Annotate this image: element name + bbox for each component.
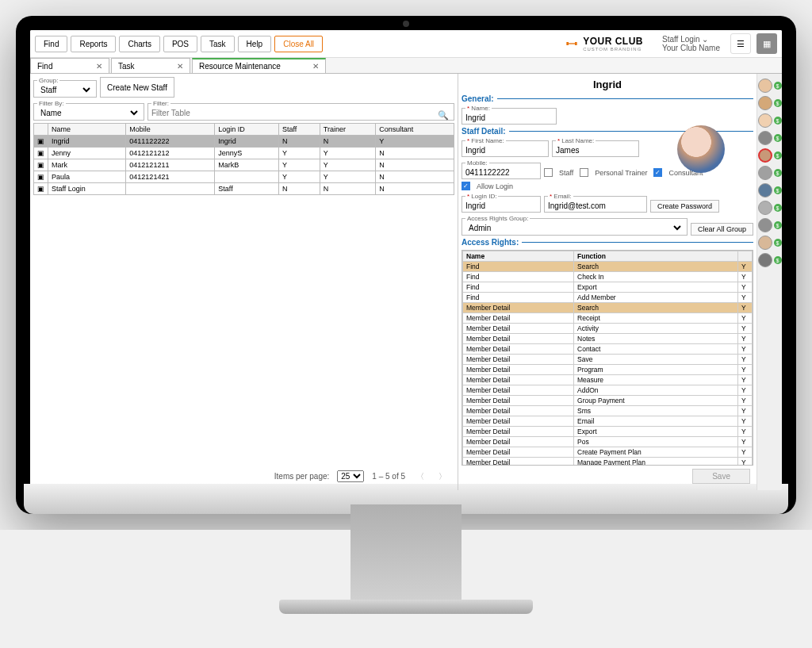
sidebar-member[interactable]: $ <box>758 183 782 197</box>
col-staff[interactable]: Staff <box>278 124 320 136</box>
items-per-page-select[interactable]: 25 <box>337 470 364 482</box>
access-row[interactable]: Member DetailNotesY <box>463 334 753 344</box>
access-row[interactable]: Member DetailCreate Payment PlanY <box>463 447 753 458</box>
close-icon[interactable]: ✕ <box>312 62 319 71</box>
search-icon[interactable]: 🔍 <box>438 110 449 121</box>
avatar-icon <box>758 79 772 93</box>
access-row[interactable]: Member DetailSearchY <box>463 303 753 313</box>
help-button[interactable]: Help <box>238 36 272 52</box>
sidebar-member[interactable]: $ <box>758 166 782 180</box>
filter-by-select[interactable]: Filter By: Name <box>33 100 144 121</box>
col-name[interactable]: Name <box>48 124 126 136</box>
access-row[interactable]: Member DetailProgramY <box>463 365 753 375</box>
sidebar-member[interactable]: $ <box>758 236 782 250</box>
table-row[interactable]: ▣Jenny0412121212JennySYYN <box>34 148 454 159</box>
col-mobile[interactable]: Mobile <box>126 124 215 136</box>
detail-title: Ingrid <box>462 77 753 92</box>
clear-all-group-button[interactable]: Clear All Group <box>691 223 753 236</box>
sidebar-member[interactable]: $ <box>758 201 782 215</box>
archive-icon[interactable]: ▣ <box>34 136 48 148</box>
access-row[interactable]: Member DetailSaveY <box>463 355 753 365</box>
table-row[interactable]: ▣Ingrid0411122222IngridNNY <box>34 136 454 148</box>
task-button[interactable]: Task <box>201 36 235 52</box>
tab-find[interactable]: Find✕ <box>30 58 109 73</box>
close-icon[interactable]: ✕ <box>177 62 183 71</box>
sidebar-member[interactable]: $ <box>758 113 782 128</box>
reports-button[interactable]: Reports <box>71 36 116 52</box>
access-row[interactable]: FindCheck InY <box>463 272 753 282</box>
col-trainer[interactable]: Trainer <box>320 124 376 136</box>
list-icon[interactable]: ☰ <box>730 33 751 54</box>
access-row[interactable]: Member DetailContactY <box>463 344 753 355</box>
archive-icon[interactable]: ▣ <box>34 183 48 195</box>
col-consultant[interactable]: Consultant <box>376 124 454 136</box>
archive-icon[interactable]: ▣ <box>34 159 48 171</box>
allow-login-checkbox[interactable]: ✓ <box>462 182 470 190</box>
table-row[interactable]: ▣Staff LoginStaffNNN <box>34 183 454 195</box>
create-password-button[interactable]: Create Password <box>650 200 719 213</box>
first-name-field[interactable]: * First Name: <box>462 137 549 157</box>
ar-col-function[interactable]: Function <box>574 251 738 262</box>
tab-resource-maintenance[interactable]: Resource Maintenance✕ <box>192 58 326 73</box>
pos-button[interactable]: POS <box>163 36 197 52</box>
calendar-icon[interactable]: ▦ <box>756 33 777 54</box>
access-row[interactable]: FindAdd MemberY <box>463 293 753 303</box>
mobile-field[interactable]: Mobile: <box>462 159 541 179</box>
sidebar-member[interactable]: $ <box>758 148 782 163</box>
table-row[interactable]: ▣Paula0412121421YYN <box>34 171 454 183</box>
toolbar: Find Reports Charts POS Task Help Close … <box>30 30 782 58</box>
access-row[interactable]: FindExportY <box>463 282 753 293</box>
access-row[interactable]: Member DetailReceiptY <box>463 313 753 324</box>
sidebar-member[interactable]: $ <box>758 253 782 267</box>
staff-photo <box>677 125 725 173</box>
last-name-field[interactable]: * Last Name: <box>552 137 639 157</box>
archive-icon[interactable]: ▣ <box>34 171 48 183</box>
login-area[interactable]: Staff Login ⌄ Your Club Name <box>662 35 720 52</box>
svg-rect-0 <box>566 42 569 45</box>
ar-col-name[interactable]: Name <box>463 251 574 262</box>
next-page-icon[interactable]: 〉 <box>435 471 450 482</box>
access-row[interactable]: Member DetailManage Payment PlanY <box>463 458 753 466</box>
access-row[interactable]: FindSearchY <box>463 262 753 272</box>
email-field[interactable]: * Email: <box>544 193 647 213</box>
staff-table: Name Mobile Login ID Staff Trainer Consu… <box>33 123 454 195</box>
access-row[interactable]: Member DetailGroup PaymentY <box>463 396 753 406</box>
close-all-button[interactable]: Close All <box>274 36 323 52</box>
access-rights-group-select[interactable]: Access Rights Group: Admin <box>462 215 688 236</box>
sidebar-member[interactable]: $ <box>758 96 782 110</box>
login-id-field[interactable]: * Login ID: <box>462 193 541 213</box>
close-icon[interactable]: ✕ <box>96 62 102 71</box>
sidebar-member[interactable]: $ <box>758 79 782 93</box>
col-login[interactable]: Login ID <box>215 124 279 136</box>
access-row[interactable]: Member DetailAddOnY <box>463 385 753 396</box>
staff-checkbox[interactable] <box>544 168 553 177</box>
tab-task[interactable]: Task✕ <box>111 58 190 73</box>
brand-logo: YOUR CLUB CUSTOM BRANDING <box>565 36 643 52</box>
filter-input[interactable]: Filter: 🔍 <box>147 100 454 121</box>
group-select[interactable]: Group: Staff <box>33 77 97 98</box>
consultant-checkbox[interactable]: ✓ <box>653 168 662 177</box>
access-row[interactable]: Member DetailEmailY <box>463 416 753 427</box>
access-row[interactable]: Member DetailSmsY <box>463 406 753 416</box>
name-field[interactable]: * Name: <box>462 105 557 125</box>
charts-button[interactable]: Charts <box>119 36 159 52</box>
trainer-checkbox[interactable] <box>580 168 588 177</box>
pager: Items per page: 25 1 – 5 of 5 〈 〉 <box>33 466 454 487</box>
brand-name: YOUR CLUB <box>583 36 643 47</box>
create-new-staff-button[interactable]: Create New Staff <box>100 77 174 98</box>
prev-page-icon[interactable]: 〈 <box>413 471 427 482</box>
svg-rect-1 <box>575 42 577 45</box>
access-row[interactable]: Member DetailPosY <box>463 437 753 447</box>
access-row[interactable]: Member DetailActivityY <box>463 324 753 334</box>
sidebar-member[interactable]: $ <box>758 131 782 145</box>
archive-icon[interactable]: ▣ <box>34 148 48 159</box>
member-sidebar: $ $ $ $ $ $ $ $ $ $ $ <box>756 74 782 490</box>
access-row[interactable]: Member DetailMeasureY <box>463 375 753 385</box>
table-row[interactable]: ▣Mark0412121211MarkBYYN <box>34 159 454 171</box>
sidebar-member[interactable]: $ <box>758 218 782 232</box>
save-button[interactable]: Save <box>692 469 750 484</box>
find-button[interactable]: Find <box>35 36 67 52</box>
access-rights-header: Access Rights: <box>462 238 753 247</box>
tabs: Find✕ Task✕ Resource Maintenance✕ <box>30 58 782 74</box>
access-row[interactable]: Member DetailExportY <box>463 427 753 437</box>
